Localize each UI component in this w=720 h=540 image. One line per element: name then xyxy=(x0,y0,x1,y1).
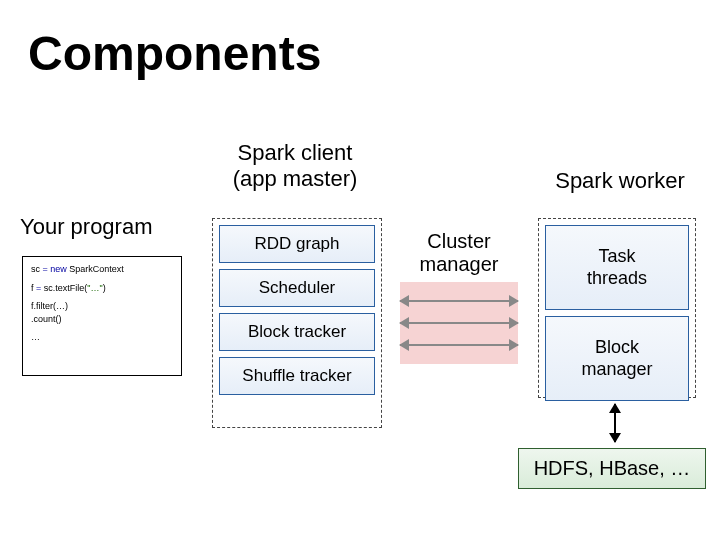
box-shuffle-tracker: Shuffle tracker xyxy=(219,357,375,395)
code-line-4: .count() xyxy=(31,313,173,326)
box-scheduler: Scheduler xyxy=(219,269,375,307)
arrow-cluster-3 xyxy=(400,344,518,346)
code-line-5: … xyxy=(31,331,173,344)
label-spark-client: Spark client(app master) xyxy=(210,140,380,192)
slide-title: Components xyxy=(28,26,321,81)
arrow-worker-storage xyxy=(614,404,616,442)
label-your-program: Your program xyxy=(20,214,190,240)
code-line-3: f.filter(…) xyxy=(31,300,173,313)
box-task-threads: Taskthreads xyxy=(545,225,689,310)
code-sample-box: sc = new SparkContext f = sc.textFile("…… xyxy=(22,256,182,376)
label-cluster-manager: Clustermanager xyxy=(400,230,518,276)
code-line-2: f = sc.textFile("…") xyxy=(31,282,173,295)
box-block-manager: Blockmanager xyxy=(545,316,689,401)
box-block-tracker: Block tracker xyxy=(219,313,375,351)
spark-worker-container: Taskthreads Blockmanager xyxy=(538,218,696,398)
code-line-1: sc = new SparkContext xyxy=(31,263,173,276)
box-storage: HDFS, HBase, … xyxy=(518,448,706,489)
box-rdd-graph: RDD graph xyxy=(219,225,375,263)
spark-client-container: RDD graph Scheduler Block tracker Shuffl… xyxy=(212,218,382,428)
arrow-cluster-1 xyxy=(400,300,518,302)
label-spark-worker: Spark worker xyxy=(540,168,700,194)
arrow-cluster-2 xyxy=(400,322,518,324)
